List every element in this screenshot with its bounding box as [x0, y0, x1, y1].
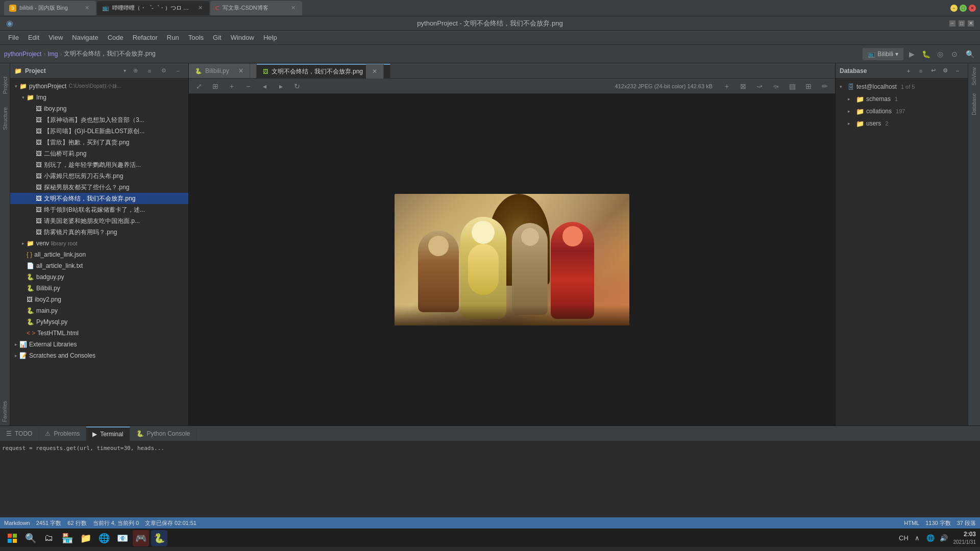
problems-tab[interactable]: ⚠ Problems: [39, 427, 86, 441]
bilibili-tab-close[interactable]: ✕: [232, 64, 250, 78]
browser-maximize-btn[interactable]: □: [960, 5, 967, 12]
tree-item-10[interactable]: 🖼 请美国老婆和她朋友吃中国泡面.p...: [10, 215, 188, 227]
tree-json-file[interactable]: { } all_article_link.json: [10, 249, 188, 260]
browser-tab-3-close[interactable]: ✕: [289, 4, 297, 12]
terminal-tab[interactable]: ▶ Terminal: [86, 427, 130, 441]
python-console-tab[interactable]: 🐍 Python Console: [130, 427, 197, 441]
run-btn[interactable]: ▶: [905, 48, 918, 60]
tray-language-btn[interactable]: CH: [898, 532, 910, 543]
editor-tab-image[interactable]: 🖼 文明不会终结，我们不会放弃.png ✕: [257, 64, 390, 78]
browser-close-btn[interactable]: ✕: [969, 5, 976, 12]
image-action-3[interactable]: ⤼: [770, 80, 782, 92]
db-action-2[interactable]: ≡: [915, 65, 927, 77]
tree-txt-file[interactable]: 📄 all_article_link.txt: [10, 260, 188, 271]
ide-minimize-btn[interactable]: −: [949, 20, 955, 27]
tree-item-11[interactable]: 🖼 防雾镜片真的有用吗？.png: [10, 227, 188, 238]
menu-help[interactable]: Help: [259, 32, 281, 43]
tree-iboy2[interactable]: 🖼 iboy2.png: [10, 294, 188, 305]
db-action-1[interactable]: +: [902, 65, 915, 77]
collapse-all-icon[interactable]: ≡: [143, 65, 156, 77]
locate-file-icon[interactable]: ⊕: [129, 65, 141, 77]
menu-git[interactable]: Git: [209, 32, 226, 43]
project-vertical-tab[interactable]: Project: [0, 73, 10, 97]
menu-view[interactable]: View: [44, 32, 67, 43]
db-collations[interactable]: ▸ 📁 collations 197: [836, 105, 968, 117]
image-edit-btn[interactable]: ✏: [819, 80, 831, 92]
taskbar-search-btn[interactable]: 🔍: [22, 530, 39, 546]
tree-item-3[interactable]: 🖼 【苏司喵】(G)I-DLE新曲LOST原创...: [10, 126, 188, 137]
tree-item-8[interactable]: 🖼 探秘男朋友都买了些什么？.png: [10, 182, 188, 193]
taskbar-edge-btn[interactable]: 🌐: [96, 530, 112, 546]
image-action-1[interactable]: ⊠: [737, 80, 749, 92]
profile-btn[interactable]: ⊙: [948, 48, 961, 60]
coverage-btn[interactable]: ◎: [934, 48, 946, 60]
db-users[interactable]: ▸ 📁 users 2: [836, 117, 968, 130]
prev-btn[interactable]: ◂: [258, 80, 271, 92]
browser-tab-2[interactable]: 📺 哔哩哔哩（・゜-゜・）つロ 干杯~-bili... ✕: [97, 1, 209, 15]
zoom-out-btn[interactable]: −: [242, 80, 254, 92]
tree-badguy-py[interactable]: 🐍 badguy.py: [10, 271, 188, 283]
ide-maximize-btn[interactable]: □: [959, 20, 965, 27]
image-action-2[interactable]: ⤻: [753, 80, 766, 92]
run-config-selector[interactable]: 📺 Bilibili ▾: [863, 48, 903, 60]
menu-edit[interactable]: Edit: [24, 32, 43, 43]
browser-tab-2-close[interactable]: ✕: [197, 4, 204, 12]
tree-item-7[interactable]: 🖼 小露姆只想玩剪刀石头布.png: [10, 170, 188, 182]
structure-vertical-tab[interactable]: Structure: [0, 104, 10, 133]
taskbar-mail-btn[interactable]: 📧: [114, 530, 131, 546]
menu-tools[interactable]: Tools: [184, 32, 208, 43]
tree-external-libs[interactable]: ▸ 📊 External Libraries: [10, 339, 188, 350]
ide-close-btn[interactable]: ✕: [968, 20, 974, 27]
menu-window[interactable]: Window: [227, 32, 258, 43]
taskbar-game-btn[interactable]: 🎮: [133, 530, 149, 546]
editor-tab-bilibili[interactable]: 🐍 Bilibili.py ✕: [189, 64, 257, 78]
menu-run[interactable]: Run: [163, 32, 183, 43]
todo-tab[interactable]: ☰ TODO: [0, 427, 39, 441]
db-action-3[interactable]: ↩: [927, 65, 939, 77]
menu-navigate[interactable]: Navigate: [68, 32, 102, 43]
db-hide[interactable]: −: [951, 65, 964, 77]
tray-volume-icon[interactable]: 🔊: [938, 532, 949, 543]
tree-bilibili-py[interactable]: 🐍 Bilibili.py: [10, 283, 188, 294]
actual-size-btn[interactable]: ⊞: [209, 80, 222, 92]
taskbar-task-view-btn[interactable]: 🗂: [41, 530, 57, 546]
tree-main-py[interactable]: 🐍 main.py: [10, 305, 188, 316]
browser-tab-1-close[interactable]: ✕: [83, 4, 91, 12]
menu-file[interactable]: File: [4, 32, 23, 43]
panel-settings-icon[interactable]: ⚙: [158, 65, 170, 77]
fit-screen-btn[interactable]: ⤢: [193, 80, 205, 92]
add-image-btn[interactable]: +: [721, 80, 733, 92]
breadcrumb-img[interactable]: Img: [47, 51, 58, 58]
menu-code[interactable]: Code: [104, 32, 128, 43]
taskbar-store-btn[interactable]: 🏪: [59, 530, 76, 546]
taskbar-pycharm-btn[interactable]: 🐍: [151, 530, 167, 546]
search-everywhere-btn[interactable]: 🔍: [964, 48, 976, 60]
browser-tab-3[interactable]: C 写文章-CSDN博客 ✕: [210, 1, 302, 15]
tree-item-4[interactable]: 🖼 【雷欣】抱歉，买到了真货.png: [10, 137, 188, 148]
tree-scratches[interactable]: ▸ 📝 Scratches and Consoles: [10, 350, 188, 361]
db-settings[interactable]: ⚙: [939, 65, 951, 77]
tree-venv-folder[interactable]: ▸ 📁 venv library root: [10, 238, 188, 249]
tree-item-6[interactable]: 🖼 别玩了，趁年轻学鹦鹉用兴趣养活...: [10, 159, 188, 170]
browser-minimize-btn[interactable]: −: [950, 5, 958, 12]
taskbar-explorer-btn[interactable]: 📁: [78, 530, 94, 546]
tree-pymysql-py[interactable]: 🐍 PyMysql.py: [10, 316, 188, 328]
image-action-4[interactable]: ▤: [786, 80, 798, 92]
image-tab-close[interactable]: ✕: [366, 64, 384, 79]
windows-start-btn[interactable]: [4, 530, 20, 546]
tree-item-9[interactable]: 🖼 终于领到B站联名花嫁储蓄卡了，述...: [10, 204, 188, 215]
tree-item-iboy[interactable]: 🖼 iboy.png: [10, 103, 188, 114]
tree-testhtml[interactable]: < > TestHTML.html: [10, 328, 188, 339]
rotate-btn[interactable]: ↻: [291, 80, 303, 92]
tree-item-selected[interactable]: 🖼 文明不会终结，我们不会放弃.png: [10, 193, 188, 204]
image-action-5[interactable]: ⊞: [802, 80, 815, 92]
db-connection[interactable]: ▾ 🗄 test@localhost 1 of 5: [836, 81, 968, 93]
sciview-tab[interactable]: SciView: [970, 63, 978, 89]
breadcrumb-project[interactable]: pythonProject: [4, 51, 41, 58]
favorites-tab[interactable]: Favorites: [1, 398, 9, 425]
database-tab[interactable]: Database: [970, 89, 978, 119]
tree-item-5[interactable]: 🖼 二仙桥可莉.png: [10, 148, 188, 159]
tree-root-item[interactable]: ▾ 📁 pythonProject C:\Users\Dopa狂小妹...: [10, 81, 188, 92]
db-schemas[interactable]: ▸ 📁 schemas 1: [836, 93, 968, 105]
tray-network-icon[interactable]: 🌐: [925, 532, 936, 543]
